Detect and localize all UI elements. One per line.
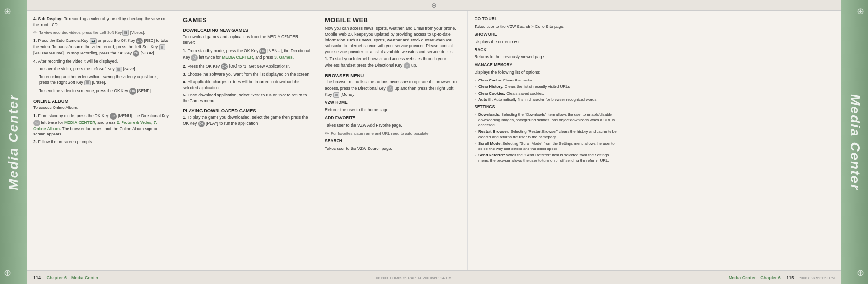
step3-text: 3. Press the Side Camera Key 📷 or press … xyxy=(33,38,169,57)
left-compass-bottom-icon: ⊕ xyxy=(4,268,11,278)
show-url-title: SHOW URL xyxy=(475,32,620,38)
dl-step4: 4. All applicable charges or fees will b… xyxy=(183,80,311,91)
right-decorative-band: ⊕ Media Center ⊕ xyxy=(841,0,868,284)
back-text: Returns to the previously viewed page. xyxy=(475,54,620,60)
bottom-right-area: Media Center – Chapter 6 115 2008.8.25 5… xyxy=(729,275,835,280)
online-album-title: ONLINE ALBUM xyxy=(33,98,169,104)
column-1: 4. Sub Display: To recording a video of … xyxy=(27,11,176,270)
mw-dir-key: △ xyxy=(404,62,410,69)
dl-step1: 1. From standby mode, press the OK Key O… xyxy=(183,48,311,61)
mobile-intro: Now you can access news, sports, weather… xyxy=(325,26,461,54)
oa-step2: 2. Follow the on-screen prompts. xyxy=(33,139,169,145)
camera-key-icon: 📷 xyxy=(90,38,97,44)
manage-mem-title: MANAGE MEMORY xyxy=(475,62,620,68)
step4-label: 4. After recording the video it will be … xyxy=(33,59,169,65)
manage-mem-list: Clear Cache: Clears the cache. Clear His… xyxy=(475,78,620,102)
column-3: MOBILE WEB Now you can access news, spor… xyxy=(318,11,468,270)
bottom-file-info: 080803_CDM8975_RAP_REV00.indd 114-115 xyxy=(376,276,451,280)
play-ok-key: OK xyxy=(198,121,205,127)
add-fav-note: For favorites, page name and URL need to… xyxy=(331,131,430,136)
mobile-web-title: MOBILE WEB xyxy=(325,16,461,24)
downloading-title: DOWNLOADING NEW GAMES xyxy=(183,27,311,33)
left-compass-top-icon: ⊕ xyxy=(4,6,11,16)
subdisplay-label: 4. Sub Display: xyxy=(33,16,63,21)
subdisplay-note-line: ✏ To view recorded videos, press the Lef… xyxy=(33,30,169,36)
ok-key2-icon: OK xyxy=(133,50,139,57)
search-text: Takes user to the VZW Search page. xyxy=(325,146,461,152)
subdisplay-note2: To view recorded videos, press the Left … xyxy=(39,30,145,36)
bm-dir-key: △ xyxy=(387,85,393,92)
dl-step2: 2. Press the OK Key OK [OK] to "1. Get N… xyxy=(183,63,311,70)
pause-key-icon: ▤ xyxy=(159,44,165,50)
ok-key-icon: OK xyxy=(136,38,143,44)
column-4: GO TO URL Takes user to the VZW Search >… xyxy=(468,11,627,270)
step4-send: To send the video to someone, press the … xyxy=(33,88,169,95)
dl-ok2-key: OK xyxy=(221,63,228,70)
search-title: SEARCH xyxy=(325,138,461,144)
left-decorative-band: ⊕ Media Center ⊕ xyxy=(0,0,27,284)
bottom-left-page: 114 Chapter 6 – Media Center xyxy=(33,275,99,280)
autofill-item: Autofill: Automatically fills in charact… xyxy=(475,97,620,102)
dl-step3: 3. Choose the software you want from the… xyxy=(183,72,311,78)
downloading-intro: To download games and applications from … xyxy=(183,34,311,46)
clear-history-item: Clear History: Clears the list of recent… xyxy=(475,84,620,89)
top-bar: ⊕ xyxy=(27,0,841,11)
fav-note-icon: ✏ xyxy=(325,130,329,137)
dl-ok-key: OK xyxy=(259,48,266,54)
columns-container: 4. Sub Display: To recording a video of … xyxy=(27,11,841,270)
add-fav-note-line: ✏ For favorites, page name and URL need … xyxy=(325,131,461,137)
right-compass-bottom-icon: ⊕ xyxy=(857,268,864,278)
vzw-home-title: VZW HOME xyxy=(325,100,461,106)
oa-ok-key: OK xyxy=(110,113,117,120)
bm-soft-key: ▥ xyxy=(333,92,339,98)
bottom-right-chapter: Media Center – Chapter 6 115 xyxy=(729,275,795,280)
settings-title: SETTINGS xyxy=(475,104,620,110)
show-url-text: Displays the current URL. xyxy=(475,40,620,45)
play-step1: 1. To play the game you downloaded, sele… xyxy=(183,115,311,127)
subdisplay-note: 4. Sub Display: To recording a video of … xyxy=(33,16,169,28)
dl-dir-key: ◁ xyxy=(191,54,198,61)
games-title: GAMES xyxy=(183,16,311,24)
playing-title: PLAYING DOWNLOADED GAMES xyxy=(183,108,311,113)
save-key-icon: ▤ xyxy=(116,67,122,72)
main-content: ⊕ 4. Sub Display: To recording a video o… xyxy=(27,0,841,284)
bottom-bar: 114 Chapter 6 – Media Center 080803_CDM8… xyxy=(27,270,841,284)
step4-record: To recording another video without savin… xyxy=(33,74,169,86)
oa-dir-key: ◁ xyxy=(33,120,40,126)
right-band-title: Media Center xyxy=(847,94,863,190)
clear-cache-item: Clear Cache: Clears the cache. xyxy=(475,78,620,83)
right-compass-top-icon: ⊕ xyxy=(857,6,864,16)
top-compass-icon: ⊕ xyxy=(431,1,437,9)
downloads-item: Downloads: Selecting the "Downloads" ite… xyxy=(475,112,620,128)
back-title: BACK xyxy=(475,47,620,53)
mw-step1: 1. To start your Internet browser and ac… xyxy=(325,56,461,69)
restart-browser-item: Restart Browser: Selecting "Restart Brow… xyxy=(475,129,620,139)
bottom-center-area: 080803_CDM8975_RAP_REV00.indd 114-115 xyxy=(376,275,451,280)
oa-step1: 1. From standby mode, press the OK Key O… xyxy=(33,113,169,138)
add-fav-title: ADD FAVORITE xyxy=(325,115,461,121)
send-referrer-item: Send Referrer: When the "Send Referrer" … xyxy=(475,152,620,163)
send-ok-key-icon: OK xyxy=(129,88,136,95)
dl-step5: 5. Once download application, select "Ye… xyxy=(183,93,311,104)
camera-note-icon: ✏ xyxy=(33,29,37,36)
scroll-mode-item: Scroll Mode: Selecting "Scroll Mode" fro… xyxy=(475,141,620,151)
left-band-title: Media Center xyxy=(6,94,21,190)
vzw-home-text: Returns the user to the home page. xyxy=(325,108,461,113)
soft-key-icon: ▤ xyxy=(122,30,129,36)
bottom-date-info: 2008.8.25 5:31:51 PM xyxy=(799,276,835,280)
clear-cookies-item: Clear Cookies: Clears saved cookies. xyxy=(475,91,620,96)
column-2: GAMES DOWNLOADING NEW GAMES To download … xyxy=(176,11,318,270)
browser-menu-title: BROWSER MENU xyxy=(325,73,461,78)
bottom-left-area: 114 Chapter 6 – Media Center xyxy=(33,275,99,280)
settings-list: Downloads: Selecting the "Downloads" ite… xyxy=(475,112,620,163)
manage-mem-text: Displays the following list of options: xyxy=(475,70,620,76)
erase-key-icon: ▥ xyxy=(84,80,91,86)
page-container: ⊕ Media Center ⊕ ⊕ 4. Sub Display: To re… xyxy=(0,0,868,284)
online-album-intro: To access Online Album: xyxy=(33,105,169,111)
go-url-title: GO TO URL xyxy=(475,16,620,22)
add-fav-text: Takes user to the VZW Add Favorite page. xyxy=(325,123,461,129)
browser-menu-intro: The browser menu lists the actions neces… xyxy=(325,80,461,98)
step4-save: To save the video, press the Left Soft K… xyxy=(33,67,169,72)
go-url-text: Takes user to the VZW Search > Go to Sit… xyxy=(475,24,620,30)
